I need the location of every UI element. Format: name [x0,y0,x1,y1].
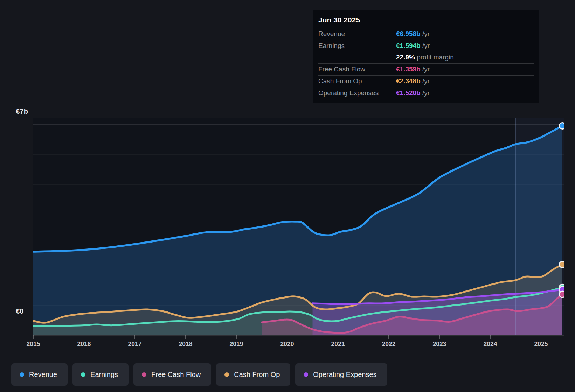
tooltip-row-cash-from-op: Cash From Op €2.348b /yr [318,75,534,87]
tooltip-value: €1.359b [396,65,421,73]
tooltip-date: Jun 30 2025 [318,13,534,28]
legend-item-revenue[interactable]: Revenue [11,363,68,386]
tooltip-label: Operating Expenses [318,89,396,97]
tooltip-label: Free Cash Flow [318,65,396,73]
tooltip-value: €1.594b [396,42,421,50]
legend-item-operating-expenses[interactable]: Operating Expenses [295,363,387,386]
tooltip-value: 22.9% [396,54,415,61]
legend-label: Free Cash Flow [151,371,201,379]
earnings-revenue-history-chart: Jun 30 2025 Revenue €6.958b /yr Earnings… [0,0,575,392]
tooltip-value: €2.348b [396,77,421,85]
tooltip-value: €6.958b [396,30,421,38]
tooltip-row-free-cash-flow: Free Cash Flow €1.359b /yr [318,63,534,75]
tooltip-suffix: /yr [421,42,430,50]
legend-label: Cash From Op [234,371,280,379]
tooltip-suffix: /yr [421,30,430,38]
tooltip-bottom-divider [318,99,534,101]
tooltip-label: Earnings [318,42,396,50]
chart-tooltip: Jun 30 2025 Revenue €6.958b /yr Earnings… [313,10,539,103]
legend-label: Revenue [29,371,57,379]
tooltip-label: Cash From Op [318,77,396,85]
tooltip-value: €1.520b [396,89,421,97]
tooltip-row-earnings: Earnings €1.594b /yr [318,40,534,52]
legend-item-earnings[interactable]: Earnings [72,363,129,386]
tooltip-suffix: /yr [421,65,430,73]
legend-item-cash-from-op[interactable]: Cash From Op [216,363,290,386]
tooltip-label: Revenue [318,30,396,38]
operating-expenses-dot-icon [304,372,308,377]
free-cash-flow-dot-icon [142,372,146,377]
legend: Revenue Earnings Free Cash Flow Cash Fro… [11,363,387,386]
tooltip-row-revenue: Revenue €6.958b /yr [318,28,534,40]
tooltip-suffix: profit margin [415,54,454,61]
legend-label: Earnings [90,371,118,379]
tooltip-row-operating-expenses: Operating Expenses €1.520b /yr [318,87,534,99]
legend-label: Operating Expenses [313,371,376,379]
legend-item-free-cash-flow[interactable]: Free Cash Flow [133,363,211,386]
tooltip-suffix: /yr [421,77,430,85]
earnings-dot-icon [81,372,85,377]
tooltip-row-profit-margin: 22.9% profit margin [318,52,534,63]
tooltip-suffix: /yr [421,89,430,97]
cash-from-op-dot-icon [224,372,229,377]
revenue-dot-icon [20,372,24,377]
